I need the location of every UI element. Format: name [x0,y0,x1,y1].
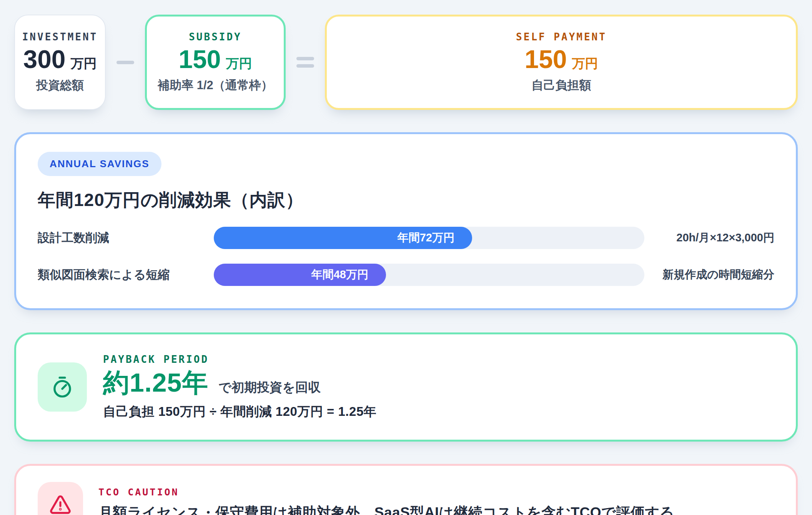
tco-caution-message: 月額ライセンス・保守費用は補助対象外。SaaS型AIは継続コストを含むTCOで評… [98,503,674,515]
tco-caution-card: TCO CAUTION 月額ライセンス・保守費用は補助対象外。SaaS型AIは継… [14,464,798,515]
savings-row-label: 設計工数削減 [38,230,202,246]
savings-row: 設計工数削減 年間72万円 20h/月×12×3,000円 [38,227,774,249]
subsidy-unit: 万円 [226,55,252,73]
payback-value: 約1.25年 [103,368,208,397]
investment-caption: 投資総額 [36,77,84,93]
investment-value: 300 万円 [23,47,97,73]
payback-content: PAYBACK PERIOD 約1.25年 で初期投資を回収 自己負担 150万… [103,354,376,420]
annual-savings-badge: ANNUAL SAVINGS [38,152,161,176]
payback-formula: 自己負担 150万円 ÷ 年間削減 120万円 = 1.25年 [103,403,376,420]
subsidy-card: SUBSIDY 150 万円 補助率 1/2（通常枠） [145,15,286,110]
subsidy-label: SUBSIDY [189,31,242,43]
self-payment-card: SELF PAYMENT 150 万円 自己負担額 [325,15,798,110]
annual-savings-card: ANNUAL SAVINGS 年間120万円の削減効果（内訳） 設計工数削減 年… [14,132,798,310]
warning-icon [38,482,83,515]
savings-bar-value: 年間48万円 [311,267,368,282]
stopwatch-icon [38,362,87,412]
tco-caution-content: TCO CAUTION 月額ライセンス・保守費用は補助対象外。SaaS型AIは継… [98,487,674,515]
annual-savings-heading: 年間120万円の削減効果（内訳） [38,188,774,212]
savings-bar-track: 年間72万円 [214,227,644,249]
savings-row-note: 新規作成の時間短縮分 [656,267,774,282]
savings-row-label: 類似図面検索による短縮 [38,267,202,283]
payback-suffix: で初期投資を回収 [218,379,321,396]
investment-amount: 300 [23,47,65,72]
investment-card: INVESTMENT 300 万円 投資総額 [14,15,106,110]
minus-icon [116,61,134,64]
savings-bar-track: 年間48万円 [214,264,644,286]
subsidy-amount: 150 [178,47,221,72]
equals-icon [296,57,314,68]
investment-unit: 万円 [71,55,97,73]
subsidy-caption: 補助率 1/2（通常枠） [158,77,273,93]
savings-bar: 年間48万円 [214,264,386,286]
self-payment-label: SELF PAYMENT [516,31,607,43]
tco-caution-label: TCO CAUTION [98,487,674,498]
savings-bar-value: 年間72万円 [398,230,454,246]
self-payment-amount: 150 [524,47,567,72]
subsidy-value: 150 万円 [178,47,252,73]
payback-main: 約1.25年 で初期投資を回収 [103,368,376,397]
formula-row: INVESTMENT 300 万円 投資総額 SUBSIDY 150 万円 補助… [14,15,798,110]
payback-card: PAYBACK PERIOD 約1.25年 で初期投資を回収 自己負担 150万… [14,332,798,442]
self-payment-unit: 万円 [572,55,598,73]
self-payment-value: 150 万円 [524,47,598,73]
infographic-root: INVESTMENT 300 万円 投資総額 SUBSIDY 150 万円 補助… [0,0,812,515]
self-payment-caption: 自己負担額 [532,77,591,93]
savings-row: 類似図面検索による短縮 年間48万円 新規作成の時間短縮分 [38,264,774,286]
payback-label: PAYBACK PERIOD [103,354,376,365]
savings-row-note: 20h/月×12×3,000円 [656,230,774,246]
investment-label: INVESTMENT [22,31,98,43]
savings-bar: 年間72万円 [214,227,472,249]
